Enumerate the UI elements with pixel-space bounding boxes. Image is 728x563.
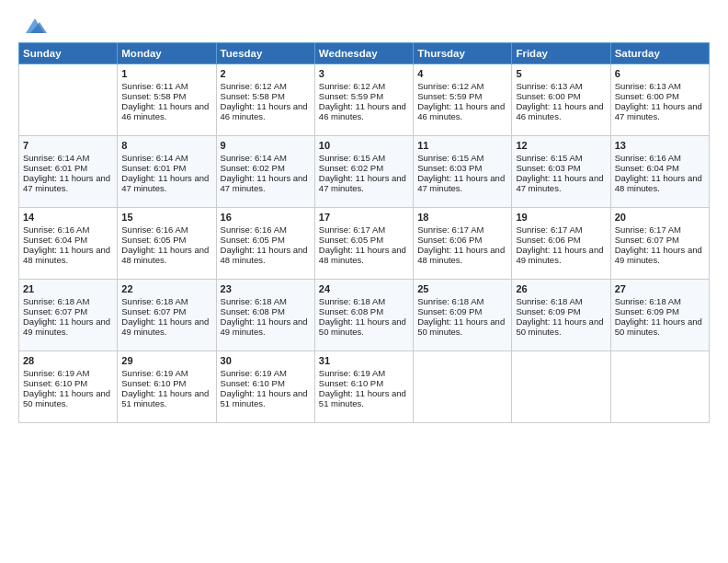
daylight-text: Daylight: 11 hours and 46 minutes. bbox=[121, 101, 209, 121]
sunrise-text: Sunrise: 6:16 AM bbox=[121, 224, 188, 235]
sunrise-text: Sunrise: 6:17 AM bbox=[516, 224, 582, 235]
sunrise-text: Sunrise: 6:18 AM bbox=[516, 296, 582, 306]
day-number: 17 bbox=[319, 212, 409, 223]
daylight-text: Daylight: 11 hours and 48 minutes. bbox=[319, 245, 406, 265]
header-day-tuesday: Tuesday bbox=[216, 43, 314, 64]
sunset-text: Sunset: 6:09 PM bbox=[417, 306, 482, 316]
sunset-text: Sunset: 6:10 PM bbox=[23, 378, 87, 388]
day-number: 7 bbox=[23, 140, 113, 151]
calendar-cell: 11Sunrise: 6:15 AMSunset: 6:03 PMDayligh… bbox=[414, 136, 512, 208]
sunrise-text: Sunrise: 6:12 AM bbox=[319, 81, 385, 91]
sunset-text: Sunset: 6:06 PM bbox=[417, 235, 482, 245]
sunrise-text: Sunrise: 6:18 AM bbox=[23, 296, 89, 306]
daylight-text: Daylight: 11 hours and 46 minutes. bbox=[417, 101, 505, 121]
sunrise-text: Sunrise: 6:18 AM bbox=[319, 296, 385, 306]
calendar-cell bbox=[512, 351, 610, 423]
sunset-text: Sunset: 6:04 PM bbox=[615, 163, 679, 173]
calendar-cell bbox=[610, 351, 709, 423]
sunrise-text: Sunrise: 6:19 AM bbox=[23, 368, 89, 378]
daylight-text: Daylight: 11 hours and 49 minutes. bbox=[23, 316, 110, 337]
sunset-text: Sunset: 6:03 PM bbox=[417, 163, 482, 173]
day-number: 21 bbox=[23, 283, 113, 294]
sunset-text: Sunset: 6:05 PM bbox=[221, 235, 285, 245]
calendar-cell: 15Sunrise: 6:16 AMSunset: 6:05 PMDayligh… bbox=[118, 208, 216, 280]
day-number: 5 bbox=[516, 68, 606, 79]
header-day-wednesday: Wednesday bbox=[314, 43, 413, 64]
daylight-text: Daylight: 11 hours and 47 minutes. bbox=[121, 173, 209, 193]
daylight-text: Daylight: 11 hours and 47 minutes. bbox=[319, 173, 406, 193]
sunrise-text: Sunrise: 6:18 AM bbox=[417, 296, 483, 306]
sunrise-text: Sunrise: 6:14 AM bbox=[221, 153, 287, 163]
sunset-text: Sunset: 5:59 PM bbox=[319, 91, 383, 101]
calendar-header-row: SundayMondayTuesdayWednesdayThursdayFrid… bbox=[19, 43, 710, 64]
sunset-text: Sunset: 6:10 PM bbox=[121, 378, 186, 388]
calendar-cell: 25Sunrise: 6:18 AMSunset: 6:09 PMDayligh… bbox=[414, 280, 512, 351]
header-day-sunday: Sunday bbox=[19, 43, 118, 64]
calendar-cell: 16Sunrise: 6:16 AMSunset: 6:05 PMDayligh… bbox=[216, 208, 314, 280]
sunrise-text: Sunrise: 6:13 AM bbox=[615, 81, 681, 91]
calendar-cell: 18Sunrise: 6:17 AMSunset: 6:06 PMDayligh… bbox=[414, 208, 512, 280]
daylight-text: Daylight: 11 hours and 46 minutes. bbox=[319, 101, 406, 121]
daylight-text: Daylight: 11 hours and 47 minutes. bbox=[417, 173, 505, 193]
daylight-text: Daylight: 11 hours and 51 minutes. bbox=[221, 388, 308, 408]
day-number: 2 bbox=[221, 68, 311, 79]
day-number: 26 bbox=[516, 283, 606, 294]
sunrise-text: Sunrise: 6:15 AM bbox=[319, 153, 385, 163]
logo-icon bbox=[21, 17, 49, 37]
day-number: 3 bbox=[319, 68, 409, 79]
sunset-text: Sunset: 6:05 PM bbox=[121, 235, 186, 245]
daylight-text: Daylight: 11 hours and 48 minutes. bbox=[417, 245, 505, 265]
calendar-cell: 8Sunrise: 6:14 AMSunset: 6:01 PMDaylight… bbox=[118, 136, 216, 208]
daylight-text: Daylight: 11 hours and 51 minutes. bbox=[121, 388, 209, 408]
sunrise-text: Sunrise: 6:14 AM bbox=[121, 153, 188, 163]
sunrise-text: Sunrise: 6:19 AM bbox=[221, 368, 287, 378]
calendar-cell: 17Sunrise: 6:17 AMSunset: 6:05 PMDayligh… bbox=[314, 208, 413, 280]
sunset-text: Sunset: 6:00 PM bbox=[615, 91, 679, 101]
day-number: 9 bbox=[221, 140, 311, 151]
day-number: 19 bbox=[516, 212, 606, 223]
sunrise-text: Sunrise: 6:18 AM bbox=[615, 296, 681, 306]
calendar-cell: 12Sunrise: 6:15 AMSunset: 6:03 PMDayligh… bbox=[512, 136, 610, 208]
daylight-text: Daylight: 11 hours and 50 minutes. bbox=[417, 316, 505, 337]
sunrise-text: Sunrise: 6:18 AM bbox=[221, 296, 287, 306]
daylight-text: Daylight: 11 hours and 49 minutes. bbox=[615, 245, 702, 265]
calendar-body: 1Sunrise: 6:11 AMSunset: 5:58 PMDaylight… bbox=[19, 64, 710, 423]
day-number: 15 bbox=[121, 212, 211, 223]
daylight-text: Daylight: 11 hours and 50 minutes. bbox=[319, 316, 406, 337]
calendar-cell: 26Sunrise: 6:18 AMSunset: 6:09 PMDayligh… bbox=[512, 280, 610, 351]
calendar-week-row: 7Sunrise: 6:14 AMSunset: 6:01 PMDaylight… bbox=[19, 136, 710, 208]
day-number: 10 bbox=[319, 140, 409, 151]
daylight-text: Daylight: 11 hours and 50 minutes. bbox=[516, 316, 603, 337]
calendar-cell: 4Sunrise: 6:12 AMSunset: 5:59 PMDaylight… bbox=[414, 64, 512, 136]
calendar-cell: 1Sunrise: 6:11 AMSunset: 5:58 PMDaylight… bbox=[118, 64, 216, 136]
sunset-text: Sunset: 6:06 PM bbox=[516, 235, 580, 245]
sunrise-text: Sunrise: 6:17 AM bbox=[319, 224, 385, 235]
calendar-cell: 27Sunrise: 6:18 AMSunset: 6:09 PMDayligh… bbox=[610, 280, 709, 351]
daylight-text: Daylight: 11 hours and 47 minutes. bbox=[221, 173, 308, 193]
sunrise-text: Sunrise: 6:12 AM bbox=[221, 81, 287, 91]
calendar-table: SundayMondayTuesdayWednesdayThursdayFrid… bbox=[18, 42, 710, 423]
sunrise-text: Sunrise: 6:13 AM bbox=[516, 81, 582, 91]
sunset-text: Sunset: 6:08 PM bbox=[319, 306, 383, 316]
daylight-text: Daylight: 11 hours and 51 minutes. bbox=[319, 388, 406, 408]
day-number: 28 bbox=[23, 355, 113, 366]
day-number: 11 bbox=[417, 140, 507, 151]
day-number: 1 bbox=[121, 68, 211, 79]
calendar-cell: 29Sunrise: 6:19 AMSunset: 6:10 PMDayligh… bbox=[118, 351, 216, 423]
sunrise-text: Sunrise: 6:15 AM bbox=[516, 153, 582, 163]
day-number: 22 bbox=[121, 283, 211, 294]
calendar-cell: 19Sunrise: 6:17 AMSunset: 6:06 PMDayligh… bbox=[512, 208, 610, 280]
day-number: 24 bbox=[319, 283, 409, 294]
day-number: 25 bbox=[417, 283, 507, 294]
day-number: 23 bbox=[221, 283, 311, 294]
day-number: 4 bbox=[417, 68, 507, 79]
day-number: 8 bbox=[121, 140, 211, 151]
sunset-text: Sunset: 6:07 PM bbox=[121, 306, 186, 316]
calendar-cell: 31Sunrise: 6:19 AMSunset: 6:10 PMDayligh… bbox=[314, 351, 413, 423]
calendar-cell: 13Sunrise: 6:16 AMSunset: 6:04 PMDayligh… bbox=[610, 136, 709, 208]
sunrise-text: Sunrise: 6:17 AM bbox=[615, 224, 681, 235]
calendar-cell: 22Sunrise: 6:18 AMSunset: 6:07 PMDayligh… bbox=[118, 280, 216, 351]
sunrise-text: Sunrise: 6:16 AM bbox=[23, 224, 89, 235]
sunset-text: Sunset: 6:07 PM bbox=[23, 306, 87, 316]
daylight-text: Daylight: 11 hours and 50 minutes. bbox=[615, 316, 702, 337]
